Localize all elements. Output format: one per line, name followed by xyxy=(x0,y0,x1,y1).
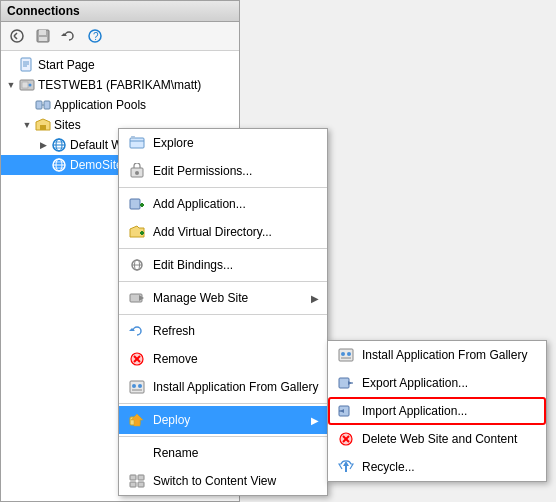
menu-item-deploy[interactable]: Deploy ▶ xyxy=(119,406,327,434)
refresh-label: Refresh xyxy=(153,324,319,338)
sites-icon xyxy=(35,117,51,133)
menu-item-add-virtual-dir[interactable]: Add Virtual Directory... xyxy=(119,218,327,246)
menu-item-switch-content-view[interactable]: Switch to Content View xyxy=(119,467,327,495)
svg-rect-17 xyxy=(40,125,46,130)
svg-rect-2 xyxy=(39,30,46,35)
svg-rect-12 xyxy=(22,82,28,88)
svg-rect-14 xyxy=(36,101,42,109)
svg-rect-54 xyxy=(130,482,136,487)
server-label: TESTWEB1 (FABRIKAM\matt) xyxy=(38,78,201,92)
svg-point-31 xyxy=(135,171,139,175)
separator-5 xyxy=(119,403,327,404)
app-pools-icon xyxy=(35,97,51,113)
switch-content-view-label: Switch to Content View xyxy=(153,474,319,488)
svg-rect-3 xyxy=(39,37,47,41)
submenu-recycle[interactable]: Recycle... xyxy=(328,453,546,481)
sub-recycle-icon xyxy=(336,457,356,477)
tree-item-start-page[interactable]: Start Page xyxy=(1,55,239,75)
svg-point-0 xyxy=(11,30,23,42)
refresh-icon xyxy=(127,321,147,341)
menu-item-manage-web-site[interactable]: Manage Web Site ▶ xyxy=(119,284,327,312)
bindings-icon xyxy=(127,255,147,275)
switch-icon xyxy=(127,471,147,491)
manage-web-site-label: Manage Web Site xyxy=(153,291,307,305)
submenu-export-application[interactable]: Export Application... xyxy=(328,369,546,397)
menu-item-refresh[interactable]: Refresh xyxy=(119,317,327,345)
svg-text:?: ? xyxy=(93,31,99,42)
menu-item-explore[interactable]: Explore xyxy=(119,129,327,157)
start-page-label: Start Page xyxy=(38,58,95,72)
submenu-import-application[interactable]: Import Application... xyxy=(328,397,546,425)
sub-gallery-icon xyxy=(336,345,356,365)
sub-delete-icon xyxy=(336,429,356,449)
permissions-icon xyxy=(127,161,147,181)
sub-export-label: Export Application... xyxy=(362,376,538,390)
tree-item-server[interactable]: ▼ TESTWEB1 (FABRIKAM\matt) xyxy=(1,75,239,95)
svg-rect-28 xyxy=(130,138,144,148)
submenu-install-gallery[interactable]: Install Application From Gallery xyxy=(328,341,546,369)
remove-label: Remove xyxy=(153,352,319,366)
sites-expand-icon: ▼ xyxy=(21,119,33,131)
svg-rect-56 xyxy=(339,349,353,361)
menu-item-edit-permissions[interactable]: Edit Permissions... xyxy=(119,157,327,185)
deploy-label: Deploy xyxy=(153,413,307,427)
rename-label: Rename xyxy=(153,446,319,460)
sub-import-icon xyxy=(336,401,356,421)
install-gallery-label: Install Application From Gallery xyxy=(153,380,319,394)
svg-rect-46 xyxy=(130,381,144,393)
back-button[interactable] xyxy=(5,25,29,47)
add-vdir-icon xyxy=(127,222,147,242)
add-application-label: Add Application... xyxy=(153,197,319,211)
svg-rect-55 xyxy=(138,482,144,487)
svg-point-13 xyxy=(29,84,32,87)
menu-item-add-application[interactable]: Add Application... xyxy=(119,190,327,218)
separator-6 xyxy=(119,436,327,437)
svg-point-48 xyxy=(138,384,142,388)
sub-install-gallery-label: Install Application From Gallery xyxy=(362,348,538,362)
sub-import-label: Import Application... xyxy=(362,404,538,418)
submenu-delete-website[interactable]: Delete Web Site and Content xyxy=(328,425,546,453)
svg-point-47 xyxy=(132,384,136,388)
demo-site-icon xyxy=(51,157,67,173)
help-button[interactable]: ? xyxy=(83,25,107,47)
tree-item-app-pools[interactable]: Application Pools xyxy=(1,95,239,115)
svg-rect-60 xyxy=(339,378,349,388)
app-pools-label: Application Pools xyxy=(54,98,146,112)
sub-export-icon xyxy=(336,373,356,393)
deploy-icon xyxy=(127,410,147,430)
edit-permissions-label: Edit Permissions... xyxy=(153,164,319,178)
menu-item-edit-bindings[interactable]: Edit Bindings... xyxy=(119,251,327,279)
sub-recycle-label: Recycle... xyxy=(362,460,538,474)
install-gallery-icon xyxy=(127,377,147,397)
rename-icon xyxy=(127,443,147,463)
edit-bindings-label: Edit Bindings... xyxy=(153,258,319,272)
server-expand-icon: ▼ xyxy=(5,79,17,91)
refresh-button[interactable] xyxy=(57,25,81,47)
add-virtual-dir-label: Add Virtual Directory... xyxy=(153,225,319,239)
sub-delete-label: Delete Web Site and Content xyxy=(362,432,538,446)
separator-1 xyxy=(119,187,327,188)
explore-label: Explore xyxy=(153,136,319,150)
menu-item-rename[interactable]: Rename xyxy=(119,439,327,467)
svg-rect-52 xyxy=(130,475,136,480)
sites-label: Sites xyxy=(54,118,81,132)
separator-2 xyxy=(119,248,327,249)
toolbar: ? xyxy=(1,22,239,51)
demo-site-label: DemoSite xyxy=(70,158,123,172)
explore-icon xyxy=(127,133,147,153)
remove-icon xyxy=(127,349,147,369)
menu-item-remove[interactable]: Remove xyxy=(119,345,327,373)
save-button[interactable] xyxy=(31,25,55,47)
deploy-arrow: ▶ xyxy=(311,415,319,426)
app-pools-expand xyxy=(21,99,33,111)
svg-rect-53 xyxy=(138,475,144,480)
default-site-expand: ▶ xyxy=(37,139,49,151)
menu-item-install-gallery[interactable]: Install Application From Gallery xyxy=(119,373,327,401)
manage-arrow: ▶ xyxy=(311,293,319,304)
manage-icon xyxy=(127,288,147,308)
svg-rect-29 xyxy=(131,136,135,139)
page-icon xyxy=(19,57,35,73)
context-menu: Explore Edit Permissions... Add Applicat… xyxy=(118,128,328,496)
separator-3 xyxy=(119,281,327,282)
default-site-icon xyxy=(51,137,67,153)
